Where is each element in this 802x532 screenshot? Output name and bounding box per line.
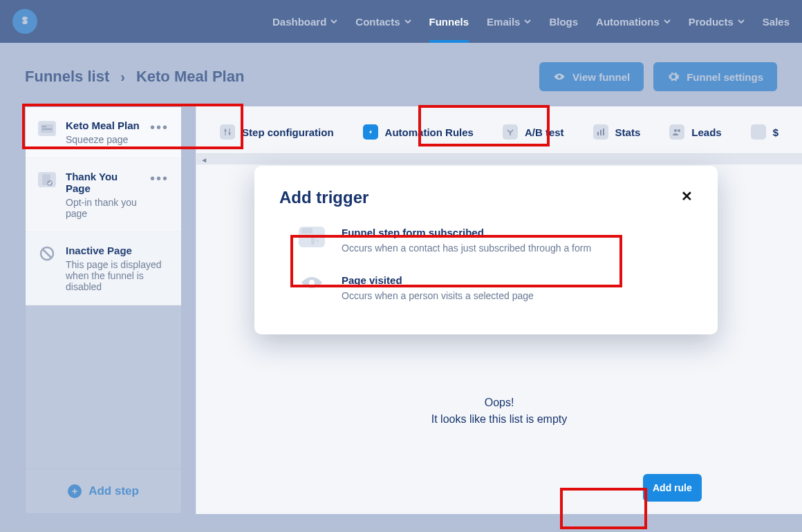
kebab-menu-icon[interactable]: ••• — [150, 171, 169, 187]
add-trigger-modal: Add trigger ✕ Funnel step form subscribe… — [254, 166, 718, 334]
svg-rect-14 — [603, 129, 604, 135]
split-icon — [503, 124, 518, 140]
sidebar-item-step-1[interactable]: Keto Meal Plan Squeeze page ••• — [26, 107, 181, 158]
trigger-subtitle: Occurs when a person visits a selected p… — [342, 290, 534, 301]
trigger-title: Page visited — [342, 274, 534, 286]
nav-emails[interactable]: Emails — [487, 16, 531, 28]
sidebar-item-title: Inactive Page — [66, 245, 169, 256]
tab-stats[interactable]: Stats — [582, 117, 652, 146]
tab-leads[interactable]: Leads — [658, 117, 732, 146]
bolt-circle-icon — [363, 124, 378, 140]
svg-rect-12 — [597, 132, 599, 135]
tabs-scrollbar[interactable]: ◄ — [196, 153, 802, 164]
eye-icon — [299, 274, 325, 295]
nav-products[interactable]: Products — [689, 16, 745, 28]
svg-rect-17 — [301, 228, 313, 234]
sidebar-item-subtitle: Squeeze page — [66, 134, 140, 145]
sliders-icon — [220, 124, 235, 140]
trigger-title: Funnel step form subscribed — [342, 227, 591, 238]
tab-sales[interactable]: $ — [740, 117, 790, 146]
modal-title: Add trigger — [279, 188, 369, 207]
dollar-icon — [751, 124, 766, 140]
svg-point-15 — [674, 129, 677, 132]
sidebar-item-inactive[interactable]: Inactive Page This page is displayed whe… — [26, 232, 181, 305]
sidebar-item-subtitle: This page is displayed when the funnel i… — [66, 259, 169, 292]
chevron-down-icon — [330, 18, 337, 25]
bar-chart-icon — [593, 124, 608, 140]
svg-point-16 — [678, 129, 680, 132]
page-icon — [38, 121, 56, 136]
nav-dashboard[interactable]: Dashboard — [272, 16, 337, 28]
sidebar-item-step-2[interactable]: Thank You Page Opt-in thank you page ••• — [26, 158, 181, 232]
tap-icon — [299, 227, 325, 247]
chevron-down-icon — [404, 18, 411, 25]
trigger-option-page-visited[interactable]: Page visited Occurs when a person visits… — [299, 274, 693, 301]
users-icon — [669, 124, 684, 140]
nav-funnels[interactable]: Funnels — [429, 16, 469, 28]
svg-rect-2 — [42, 129, 52, 130]
chevron-down-icon — [664, 18, 671, 25]
chevron-down-icon — [738, 18, 745, 25]
kebab-menu-icon[interactable]: ••• — [150, 120, 169, 135]
tab-step-configuration[interactable]: Step configuration — [209, 117, 345, 146]
sidebar-item-title: Keto Meal Plan — [66, 120, 140, 131]
add-rule-button[interactable]: Add rule — [643, 474, 702, 502]
chevron-down-icon — [524, 18, 531, 25]
nav-sales[interactable]: Sales — [763, 16, 790, 28]
clipboard-check-icon — [38, 172, 56, 187]
svg-line-6 — [43, 249, 51, 258]
svg-rect-1 — [42, 126, 46, 127]
content-tabs: Step configuration Automation Rules A/B … — [196, 106, 802, 153]
sidebar-item-title: Thank You Page — [66, 171, 140, 194]
nav-blogs[interactable]: Blogs — [549, 16, 578, 28]
scroll-left-icon[interactable]: ◄ — [199, 154, 209, 165]
nav-automations[interactable]: Automations — [596, 16, 671, 28]
tab-automation-rules[interactable]: Automation Rules — [352, 117, 485, 146]
sidebar-item-subtitle: Opt-in thank you page — [66, 197, 140, 219]
nav-contacts[interactable]: Contacts — [355, 16, 411, 28]
svg-rect-13 — [600, 130, 602, 135]
tab-ab-test[interactable]: A/B test — [492, 117, 575, 146]
close-icon[interactable]: ✕ — [681, 188, 693, 205]
empty-state: Oops! It looks like this list is empty — [196, 397, 802, 426]
trigger-subtitle: Occurs when a contact has just subscribe… — [342, 243, 591, 254]
disabled-icon — [38, 246, 56, 261]
trigger-option-form-subscribed[interactable]: Funnel step form subscribed Occurs when … — [299, 227, 693, 254]
